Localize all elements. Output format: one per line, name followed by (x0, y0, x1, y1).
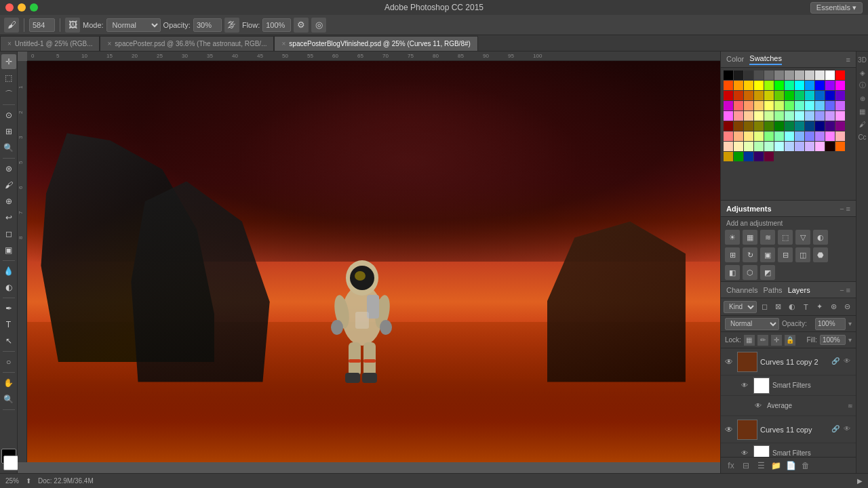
gradient-tool[interactable]: ▣ (1, 243, 16, 258)
eyedropper-tool[interactable]: 🔍 (1, 140, 16, 155)
swatch-#ffffff[interactable] (825, 70, 835, 80)
add-mask-icon[interactable]: ⊟ (740, 460, 752, 472)
swatch-#66ff66[interactable] (785, 101, 794, 110)
layer-eye-icon-right-2[interactable]: 👁 (844, 425, 853, 434)
tab-swatches[interactable]: Swatches (749, 54, 782, 65)
swatch-#ffcc99[interactable] (744, 111, 753, 121)
swatch-#ff80ff[interactable] (825, 131, 835, 141)
crop-tool[interactable]: ⊞ (1, 124, 16, 139)
swatch-#ffe680[interactable] (744, 131, 753, 141)
swatch-#ffb3ff[interactable] (815, 142, 825, 151)
swatch-#00cc66[interactable] (795, 91, 804, 100)
swatch-#fff0b3[interactable] (734, 142, 743, 151)
posterize-icon[interactable]: ⬣ (813, 247, 828, 262)
swatch-#b3b3b3[interactable] (795, 70, 804, 80)
swatch-#ff6666[interactable] (734, 101, 743, 110)
layer-link-icon[interactable]: 🔗 (831, 357, 841, 367)
filter-adj-icon[interactable]: ◐ (787, 301, 798, 313)
swatch-#99ccff[interactable] (805, 111, 814, 121)
nav-icon[interactable]: ⊕ (857, 93, 868, 104)
swatch-#ff9966[interactable] (744, 101, 753, 110)
swatch-#b3d1ff[interactable] (785, 142, 794, 151)
marquee-tool[interactable]: ⬚ (1, 70, 16, 85)
layers-minimize-icon[interactable]: − (840, 286, 844, 294)
swatch-#400080[interactable] (825, 121, 835, 131)
swatch-#ff9999[interactable] (734, 111, 743, 121)
swatch-#b3ffb3[interactable] (754, 142, 764, 151)
swatch-#003399[interactable] (744, 152, 753, 161)
swatch-#e6ff80[interactable] (754, 131, 764, 141)
fill-arrow[interactable]: ▾ (848, 336, 852, 344)
tab-close-icon[interactable]: × (7, 40, 12, 47)
invert-icon[interactable]: ◫ (795, 247, 810, 262)
swatch-#99ff00[interactable] (764, 81, 774, 90)
swatch-#b3ffd1[interactable] (764, 142, 774, 151)
layer-item-curves-copy[interactable]: 👁 Curves 11 copy 🔗 👁 (721, 416, 856, 443)
swatch-#6666ff[interactable] (825, 101, 835, 110)
tab-space-poster-blog[interactable]: × spacePosterBlogVfinished.psd @ 25% (Cu… (274, 36, 477, 51)
brush-tool[interactable]: 🖌 (1, 178, 16, 192)
lock-all-icon[interactable]: 🔒 (785, 335, 795, 346)
swatch-#0000ff[interactable] (815, 81, 825, 90)
swatch-#666666[interactable] (764, 70, 774, 80)
pen-tool[interactable]: ✒ (1, 301, 16, 316)
new-group-icon[interactable]: 📁 (770, 460, 782, 472)
selection-tool[interactable]: ↖ (1, 333, 16, 348)
tab-paths[interactable]: Paths (763, 286, 782, 294)
layers-list[interactable]: 👁 Curves 11 copy 2 🔗 👁 👁 Smart Filters 👁 (721, 348, 856, 457)
ellipse-tool[interactable]: ○ (1, 354, 16, 369)
brush-size-input[interactable] (29, 18, 55, 32)
swatch-#80b3ff[interactable] (795, 131, 804, 141)
airbrush-icon[interactable]: 🌫 (224, 18, 239, 33)
swatch-#0099ff[interactable] (805, 81, 814, 90)
swatch-#cc66ff[interactable] (835, 101, 845, 110)
swatch-#ffff66[interactable] (764, 101, 774, 110)
swatch-#1a1a1a[interactable] (734, 70, 743, 80)
swatch-#008080[interactable] (795, 121, 804, 131)
swatch-#333333[interactable] (744, 70, 753, 80)
delete-layer-icon[interactable]: 🗑 (800, 460, 812, 472)
swatch-#cc99ff[interactable] (825, 111, 835, 121)
filter-shape-icon[interactable]: ✦ (814, 301, 825, 313)
swatch-#660033[interactable] (764, 152, 774, 161)
tab-layers[interactable]: Layers (788, 286, 810, 294)
lock-move-icon[interactable]: ✛ (771, 335, 782, 346)
flow-input[interactable] (262, 18, 291, 32)
blend-mode-select[interactable]: Normal (725, 318, 779, 330)
swatch-#b3b3ff[interactable] (795, 142, 804, 151)
swatch-#800000[interactable] (724, 121, 733, 131)
swatch-#80ffb3[interactable] (774, 131, 784, 141)
swatch-#cc9900[interactable] (754, 91, 764, 100)
lock-checkered-icon[interactable]: ▦ (744, 335, 755, 346)
layer-item-curves-copy-2[interactable]: 👁 Curves 11 copy 2 🔗 👁 (721, 348, 856, 375)
clone-tool[interactable]: ⊕ (1, 194, 16, 209)
swatch-#0066cc[interactable] (815, 91, 825, 100)
swatch-#1a0000[interactable] (825, 142, 835, 151)
swatch-#00ffff[interactable] (795, 81, 804, 90)
angle-icon[interactable]: ◎ (311, 18, 326, 33)
hsl-icon[interactable]: ◐ (813, 230, 828, 245)
swatch-#cccc00[interactable] (764, 91, 774, 100)
threshold-icon[interactable]: ◧ (725, 265, 740, 280)
swatch-#9999ff[interactable] (815, 111, 825, 121)
swatch-#cccccc[interactable] (805, 70, 814, 80)
filter-type-icon[interactable]: T (800, 301, 812, 313)
swatch-#ff4d00[interactable] (724, 81, 733, 90)
mode-select[interactable]: Normal (106, 18, 161, 32)
swatch-#ffff99[interactable] (754, 111, 764, 121)
swatch-#8080ff[interactable] (805, 131, 814, 141)
levels-icon[interactable]: ▦ (743, 230, 757, 245)
swatch-#00ff00[interactable] (774, 81, 784, 90)
layer-visibility-eye[interactable]: 👁 (724, 357, 734, 367)
filter-all-icon[interactable]: ◻ (759, 301, 770, 313)
swatch-#cc00cc[interactable] (724, 101, 733, 110)
swatch-#cc9900[interactable] (724, 152, 733, 161)
layers-menu-icon[interactable]: ≡ (846, 286, 850, 294)
quick-select-tool[interactable]: ⊙ (1, 108, 16, 123)
hand-tool[interactable]: ✋ (1, 375, 16, 390)
exposure-icon[interactable]: ⬚ (778, 230, 793, 245)
swatch-#008040[interactable] (785, 121, 794, 131)
zoom-tool[interactable]: 🔍 (1, 392, 16, 407)
text-tool[interactable]: T (1, 317, 16, 332)
swatch-#000000[interactable] (724, 70, 733, 80)
